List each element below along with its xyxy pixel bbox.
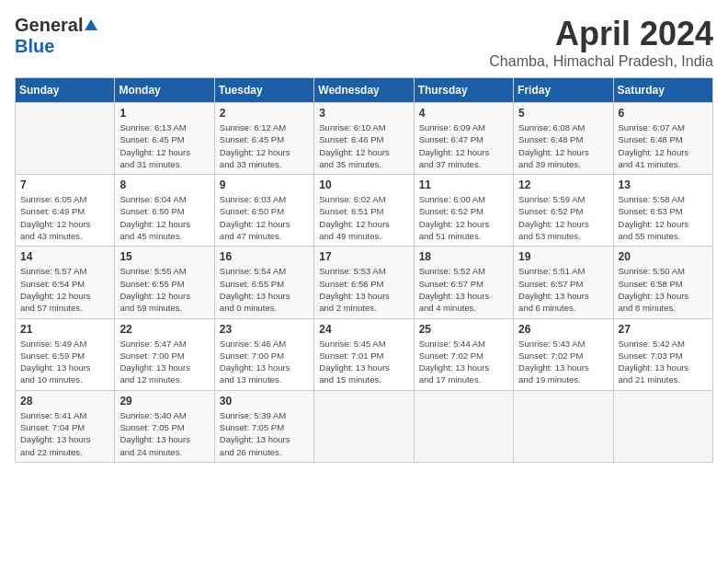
day-number: 19 [518, 250, 608, 263]
day-info: Sunrise: 5:53 AM Sunset: 6:56 PM Dayligh… [319, 265, 408, 314]
day-number: 17 [319, 250, 408, 263]
day-number: 22 [119, 323, 209, 336]
day-number: 11 [419, 178, 508, 191]
day-info: Sunrise: 6:05 AM Sunset: 6:49 PM Dayligh… [20, 193, 109, 242]
week-row-3: 14Sunrise: 5:57 AM Sunset: 6:54 PM Dayli… [16, 247, 713, 318]
day-number: 16 [220, 250, 309, 263]
day-info: Sunrise: 5:49 AM Sunset: 6:59 PM Dayligh… [20, 338, 109, 386]
day-number: 25 [419, 323, 508, 336]
day-number: 8 [119, 178, 209, 191]
day-info: Sunrise: 6:02 AM Sunset: 6:51 PM Dayligh… [319, 193, 408, 242]
calendar-cell: 24Sunrise: 5:45 AM Sunset: 7:01 PM Dayli… [314, 318, 414, 390]
day-number: 26 [518, 323, 608, 336]
subtitle: Chamba, Himachal Pradesh, India [489, 53, 713, 70]
day-number: 5 [518, 107, 608, 120]
day-info: Sunrise: 5:45 AM Sunset: 7:01 PM Dayligh… [319, 338, 408, 386]
day-info: Sunrise: 6:12 AM Sunset: 6:45 PM Dayligh… [220, 121, 309, 170]
day-info: Sunrise: 5:42 AM Sunset: 7:03 PM Dayligh… [619, 338, 708, 386]
calendar-cell: 22Sunrise: 5:47 AM Sunset: 7:00 PM Dayli… [115, 318, 214, 390]
day-info: Sunrise: 5:40 AM Sunset: 7:05 PM Dayligh… [119, 409, 209, 458]
calendar-cell: 10Sunrise: 6:02 AM Sunset: 6:51 PM Dayli… [314, 175, 414, 247]
day-info: Sunrise: 5:55 AM Sunset: 6:55 PM Dayligh… [119, 265, 209, 314]
logo-general: General [15, 15, 83, 36]
col-header-saturday: Saturday [613, 78, 712, 103]
day-info: Sunrise: 6:07 AM Sunset: 6:48 PM Dayligh… [619, 121, 708, 170]
day-info: Sunrise: 5:43 AM Sunset: 7:02 PM Dayligh… [518, 338, 608, 386]
calendar-cell: 27Sunrise: 5:42 AM Sunset: 7:03 PM Dayli… [613, 318, 712, 390]
logo: General Blue [15, 15, 97, 57]
day-number: 24 [319, 323, 408, 336]
day-number: 27 [619, 323, 708, 336]
day-info: Sunrise: 5:46 AM Sunset: 7:00 PM Dayligh… [220, 338, 309, 386]
day-info: Sunrise: 6:04 AM Sunset: 6:50 PM Dayligh… [119, 193, 209, 242]
col-header-thursday: Thursday [414, 78, 513, 103]
day-number: 10 [319, 178, 408, 191]
calendar-cell [613, 390, 712, 462]
calendar-cell: 15Sunrise: 5:55 AM Sunset: 6:55 PM Dayli… [115, 247, 214, 318]
day-number: 20 [619, 250, 708, 263]
col-header-friday: Friday [514, 78, 613, 103]
day-info: Sunrise: 5:52 AM Sunset: 6:57 PM Dayligh… [419, 265, 508, 314]
calendar-cell [514, 390, 613, 462]
day-number: 13 [619, 178, 708, 191]
calendar-cell: 4Sunrise: 6:09 AM Sunset: 6:47 PM Daylig… [414, 103, 513, 175]
title-area: April 2024 Chamba, Himachal Pradesh, Ind… [489, 15, 713, 70]
day-number: 7 [20, 178, 109, 191]
day-info: Sunrise: 5:51 AM Sunset: 6:57 PM Dayligh… [518, 265, 608, 314]
calendar-cell: 25Sunrise: 5:44 AM Sunset: 7:02 PM Dayli… [414, 318, 513, 390]
calendar-cell: 13Sunrise: 5:58 AM Sunset: 6:53 PM Dayli… [613, 175, 712, 247]
calendar-cell: 18Sunrise: 5:52 AM Sunset: 6:57 PM Dayli… [414, 247, 513, 318]
calendar-cell: 5Sunrise: 6:08 AM Sunset: 6:48 PM Daylig… [514, 103, 613, 175]
calendar-cell: 8Sunrise: 6:04 AM Sunset: 6:50 PM Daylig… [115, 175, 214, 247]
col-header-wednesday: Wednesday [314, 78, 414, 103]
day-number: 23 [220, 323, 309, 336]
calendar-cell: 17Sunrise: 5:53 AM Sunset: 6:56 PM Dayli… [314, 247, 414, 318]
day-info: Sunrise: 5:59 AM Sunset: 6:52 PM Dayligh… [518, 193, 608, 242]
calendar-cell: 11Sunrise: 6:00 AM Sunset: 6:52 PM Dayli… [414, 175, 513, 247]
day-number: 21 [20, 323, 109, 336]
calendar-cell: 28Sunrise: 5:41 AM Sunset: 7:04 PM Dayli… [16, 390, 115, 462]
week-row-5: 28Sunrise: 5:41 AM Sunset: 7:04 PM Dayli… [16, 390, 713, 462]
day-info: Sunrise: 5:47 AM Sunset: 7:00 PM Dayligh… [119, 338, 209, 386]
col-header-sunday: Sunday [16, 78, 115, 103]
calendar-cell: 16Sunrise: 5:54 AM Sunset: 6:55 PM Dayli… [214, 247, 313, 318]
day-info: Sunrise: 5:50 AM Sunset: 6:58 PM Dayligh… [619, 265, 708, 314]
calendar-table: SundayMondayTuesdayWednesdayThursdayFrid… [15, 77, 713, 463]
calendar-cell: 30Sunrise: 5:39 AM Sunset: 7:05 PM Dayli… [214, 390, 313, 462]
col-header-tuesday: Tuesday [214, 78, 313, 103]
calendar-cell: 7Sunrise: 6:05 AM Sunset: 6:49 PM Daylig… [16, 175, 115, 247]
day-number: 29 [119, 395, 209, 408]
week-row-2: 7Sunrise: 6:05 AM Sunset: 6:49 PM Daylig… [16, 175, 713, 247]
day-info: Sunrise: 5:54 AM Sunset: 6:55 PM Dayligh… [220, 265, 309, 314]
header-row: SundayMondayTuesdayWednesdayThursdayFrid… [16, 78, 713, 103]
calendar-cell: 21Sunrise: 5:49 AM Sunset: 6:59 PM Dayli… [16, 318, 115, 390]
calendar-cell: 6Sunrise: 6:07 AM Sunset: 6:48 PM Daylig… [613, 103, 712, 175]
day-info: Sunrise: 6:10 AM Sunset: 6:46 PM Dayligh… [319, 121, 408, 170]
day-info: Sunrise: 6:00 AM Sunset: 6:52 PM Dayligh… [419, 193, 508, 242]
month-title: April 2024 [489, 15, 713, 53]
day-number: 12 [518, 178, 608, 191]
day-info: Sunrise: 5:58 AM Sunset: 6:53 PM Dayligh… [619, 193, 708, 242]
calendar-cell: 1Sunrise: 6:13 AM Sunset: 6:45 PM Daylig… [115, 103, 214, 175]
calendar-cell [16, 103, 115, 175]
calendar-cell: 14Sunrise: 5:57 AM Sunset: 6:54 PM Dayli… [16, 247, 115, 318]
day-info: Sunrise: 6:08 AM Sunset: 6:48 PM Dayligh… [518, 121, 608, 170]
calendar-cell: 23Sunrise: 5:46 AM Sunset: 7:00 PM Dayli… [214, 318, 313, 390]
day-number: 2 [220, 107, 309, 120]
calendar-cell [414, 390, 513, 462]
day-number: 4 [419, 107, 508, 120]
day-info: Sunrise: 5:41 AM Sunset: 7:04 PM Dayligh… [20, 409, 109, 458]
calendar-cell: 19Sunrise: 5:51 AM Sunset: 6:57 PM Dayli… [514, 247, 613, 318]
day-number: 18 [419, 250, 508, 263]
day-info: Sunrise: 6:03 AM Sunset: 6:50 PM Dayligh… [220, 193, 309, 242]
day-number: 15 [119, 250, 209, 263]
calendar-cell: 29Sunrise: 5:40 AM Sunset: 7:05 PM Dayli… [115, 390, 214, 462]
calendar-cell: 26Sunrise: 5:43 AM Sunset: 7:02 PM Dayli… [514, 318, 613, 390]
day-number: 28 [20, 395, 109, 408]
logo-triangle-icon [85, 19, 97, 30]
col-header-monday: Monday [115, 78, 214, 103]
day-number: 14 [20, 250, 109, 263]
calendar-cell: 12Sunrise: 5:59 AM Sunset: 6:52 PM Dayli… [514, 175, 613, 247]
day-info: Sunrise: 6:09 AM Sunset: 6:47 PM Dayligh… [419, 121, 508, 170]
day-number: 3 [319, 107, 408, 120]
